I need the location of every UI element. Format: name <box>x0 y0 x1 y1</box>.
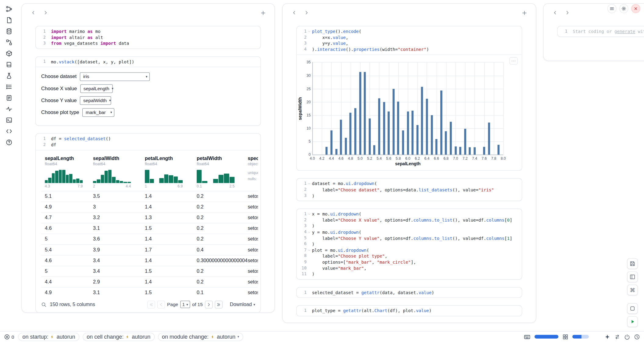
autorun-chip[interactable]: on startup:autorun <box>18 333 79 341</box>
fold-chevron-icon[interactable] <box>306 247 312 253</box>
table-row[interactable]: 4.931.40.2setosa <box>41 201 258 212</box>
sidebar-logs-button[interactable] <box>4 105 14 112</box>
chart-menu-button[interactable]: ⋯ <box>510 57 518 65</box>
generate-with-ai-link[interactable]: generate <box>614 29 635 34</box>
code-line[interactable]: 1import marimo as mo <box>36 28 257 34</box>
sidebar-code-button[interactable] <box>4 127 14 135</box>
expand-column-button[interactable] <box>302 8 311 18</box>
chart-bar[interactable] <box>497 145 499 155</box>
chart-bar[interactable] <box>412 111 414 155</box>
sidebar-help-button[interactable] <box>4 139 14 146</box>
chart-bar[interactable] <box>359 72 361 155</box>
expand-column-button[interactable] <box>563 8 572 18</box>
code-line[interactable]: 10 value="mark_bar", <box>297 265 518 271</box>
collapse-column-button[interactable] <box>550 8 560 18</box>
shutdown-button[interactable] <box>631 4 640 13</box>
chart-bar[interactable] <box>421 87 423 155</box>
chart-bar[interactable] <box>340 120 342 155</box>
code-line[interactable]: 3) <box>297 193 518 199</box>
column-header[interactable]: sepalLengthfloat644.37.9 <box>41 152 89 191</box>
sidebar-datasources-button[interactable] <box>4 27 14 35</box>
code-editor[interactable]: 1plot_type().encode(2 x=x.value,3 y=y.va… <box>297 26 522 54</box>
chart-bar[interactable] <box>349 113 352 155</box>
power-icon[interactable] <box>624 334 630 340</box>
code-line[interactable]: 1x = mo.ui.dropdown( <box>297 211 518 217</box>
code-line[interactable]: 9 options=["mark_bar", "mark_circle"], <box>297 259 518 265</box>
collapse-column-button[interactable] <box>28 8 38 18</box>
command-palette-button[interactable]: ⌘ <box>627 285 638 295</box>
code-line[interactable]: 1mo.vstack([dataset, x, y, plot]) <box>36 59 257 65</box>
fold-chevron-icon[interactable] <box>306 28 312 34</box>
swap-icon[interactable] <box>614 334 620 340</box>
autorun-chip[interactable]: on cell change:autorun <box>83 333 155 341</box>
chart-bar[interactable] <box>469 147 471 155</box>
chart-bar[interactable] <box>445 131 447 155</box>
chart-bar[interactable] <box>440 90 442 155</box>
search-icon[interactable] <box>41 302 47 307</box>
grid-icon[interactable] <box>563 334 568 340</box>
notebook-menu-button[interactable] <box>607 4 617 13</box>
code-line[interactable]: 3) <box>297 223 518 229</box>
code-editor[interactable]: 1selected_dataset = getattr(data, datase… <box>297 287 522 297</box>
chart-bar[interactable] <box>345 138 347 155</box>
download-button[interactable]: Download▾ <box>230 301 255 307</box>
sidebar-scratchpad-button[interactable] <box>4 72 14 79</box>
chart-bar[interactable] <box>464 129 466 155</box>
code-editor[interactable]: 1df = selected_dataset()2df <box>36 134 260 150</box>
dropdown-select-2[interactable]: sepalWidth▾ <box>80 96 111 105</box>
code-line[interactable]: 5 label="Choose Y value", options=df.col… <box>297 235 518 241</box>
chart-bar[interactable] <box>407 112 409 155</box>
layout-button[interactable] <box>627 272 638 282</box>
table-row[interactable]: 4.63.41.40.30000000000000004setosa <box>41 255 258 265</box>
prev-page-button[interactable] <box>157 301 165 308</box>
keyboard-icon[interactable] <box>524 333 531 340</box>
settings-button[interactable] <box>619 4 628 13</box>
scratchpad-button[interactable] <box>627 303 638 314</box>
chart-bar[interactable] <box>402 130 404 155</box>
sidebar-files-button[interactable] <box>4 16 14 24</box>
code-line[interactable]: 1df = selected_dataset() <box>36 136 257 142</box>
chart-bar[interactable] <box>364 72 366 155</box>
code-line[interactable]: 6) <box>297 241 518 247</box>
chart-bar[interactable] <box>373 145 375 155</box>
code-editor[interactable]: 1dataset = mo.ui.dropdown(2 label="Choos… <box>297 179 522 201</box>
code-line[interactable]: 1dataset = mo.ui.dropdown( <box>297 181 518 187</box>
sidebar-variables-button[interactable] <box>4 39 14 46</box>
column-header[interactable]: petalLengthfloat6416.9 <box>141 152 193 191</box>
chart-bar[interactable] <box>483 147 485 155</box>
ai-sparkle-icon[interactable] <box>604 334 610 340</box>
code-line[interactable]: 1plot_type = getattr(alt.Chart(df), plot… <box>297 308 518 314</box>
chart-bar[interactable] <box>335 149 337 155</box>
chart-bar[interactable] <box>354 108 356 155</box>
code-editor[interactable]: 1plot_type = getattr(alt.Chart(df), plot… <box>297 306 522 316</box>
sidebar-dependencies-button[interactable] <box>4 5 14 13</box>
sidebar-terminal-button[interactable] <box>4 116 14 124</box>
code-line[interactable]: 2 label="Choose dataset", options=data.l… <box>297 187 518 193</box>
sidebar-documentation-button[interactable] <box>4 61 14 68</box>
chart-bar[interactable] <box>416 125 418 155</box>
chart-bar[interactable] <box>474 148 476 155</box>
chart-bar[interactable] <box>435 139 438 155</box>
first-page-button[interactable] <box>147 301 155 308</box>
errors-indicator[interactable]: 0 <box>4 334 14 340</box>
table-row[interactable]: 4.73.21.30.2setosa <box>41 212 258 223</box>
chart-bar[interactable] <box>397 102 399 155</box>
code-line[interactable]: 8 label="Choose plot type", <box>297 253 518 259</box>
sidebar-snippets-button[interactable] <box>4 94 14 102</box>
code-line[interactable]: 2df <box>36 142 257 148</box>
code-line[interactable]: 4).interactive().properties(width="conta… <box>297 46 518 52</box>
sidebar-outline-button[interactable] <box>4 83 14 91</box>
column-header[interactable]: petalWidthfloat640.12.5 <box>193 152 244 191</box>
sidebar-packages-button[interactable] <box>4 50 14 57</box>
dropdown-select-0[interactable]: iris▾ <box>80 72 150 81</box>
last-page-button[interactable] <box>215 301 223 308</box>
code-line[interactable]: 3from vega_datasets import data <box>36 41 257 47</box>
code-line[interactable]: 2 label="Choose X value", options=df.col… <box>297 217 518 223</box>
dropdown-select-3[interactable]: mark_bar▾ <box>82 108 114 117</box>
table-row[interactable]: 5.13.51.40.2setosa <box>41 191 258 201</box>
code-line[interactable]: 1selected_dataset = getattr(data, datase… <box>297 290 518 296</box>
code-line[interactable]: 11) <box>297 271 518 277</box>
chart-bar[interactable] <box>426 99 428 155</box>
chart-bar[interactable] <box>455 146 457 155</box>
chart-bar[interactable] <box>331 130 333 155</box>
